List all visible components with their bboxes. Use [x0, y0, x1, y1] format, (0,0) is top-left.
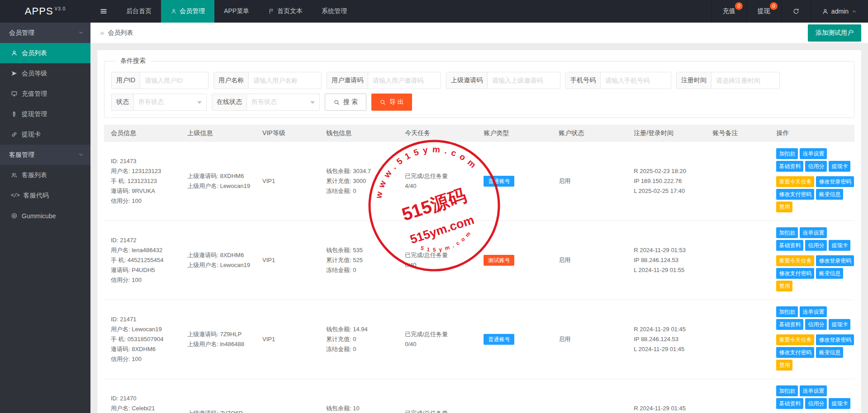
- sidebar-item-service-code[interactable]: </>客服代码: [0, 185, 90, 206]
- credit-score-button[interactable]: 信用分: [805, 398, 827, 409]
- info-line: IP 169.150.222.76: [634, 176, 703, 186]
- withdraw-card-button[interactable]: 提现卡: [829, 319, 850, 330]
- sidebar-item-withdraw-management[interactable]: 提现管理: [0, 104, 90, 124]
- add-deduct-button[interactable]: 加扣款: [776, 227, 798, 238]
- nav-member-management[interactable]: 会员管理: [161, 0, 214, 23]
- info-line: R 2024-11-29 01:45: [634, 324, 703, 334]
- admin-menu[interactable]: admin: [811, 0, 868, 23]
- online-status-select[interactable]: 所有状态: [247, 94, 319, 110]
- withdraw-card-button[interactable]: 提现卡: [829, 161, 850, 172]
- change-login-pwd-button[interactable]: 修改登录密码: [816, 255, 854, 266]
- change-login-pwd-button[interactable]: 修改登录密码: [816, 176, 854, 187]
- sidebar-item-recharge-management[interactable]: 充值管理: [0, 84, 90, 104]
- sidebar-group-member-group[interactable]: 会员管理: [0, 23, 90, 43]
- sidebar-item-member-list[interactable]: 会员列表: [0, 43, 90, 63]
- add-deduct-button[interactable]: 加扣款: [776, 148, 798, 159]
- change-pay-pwd-button[interactable]: 修改支付密码: [776, 189, 814, 200]
- nav-dashboard[interactable]: 后台首页: [117, 0, 161, 23]
- bitcoin-icon: [11, 111, 18, 117]
- info-line: L 2024-11-29 01:55: [634, 265, 703, 275]
- change-pay-pwd-button[interactable]: 修改支付密码: [776, 347, 814, 358]
- reset-task-button[interactable]: 重置今天任务: [776, 176, 814, 187]
- today-task-cell: 已完成/总任务量0/40: [400, 379, 479, 413]
- time-info-cell: R 2024-11-29 01:53IP 88.246.124.53L 2024…: [629, 221, 708, 300]
- sidebar-item-member-level[interactable]: 会员等级: [0, 63, 90, 84]
- table-row: ID: 21470用户名: Celebi21手 机: 05312069070邀请…: [104, 379, 854, 413]
- user-id-input[interactable]: [140, 72, 208, 89]
- recharge-link[interactable]: 充值 0: [711, 0, 746, 23]
- search-fields-row: 用户ID用户名称用户邀请码上级邀请码手机号码注册时间: [111, 72, 847, 89]
- info-line: 用户名: Lewocan19: [111, 324, 178, 334]
- menu-toggle-icon[interactable]: [90, 0, 117, 23]
- chain-order-button[interactable]: 连单设置: [800, 227, 827, 238]
- header-actions: 充值 0 提现 0 admin: [711, 0, 868, 23]
- withdraw-card-button[interactable]: 提现卡: [829, 398, 850, 409]
- sidebar-item-label: 充值管理: [22, 90, 47, 98]
- parent-invite-code-input[interactable]: [488, 72, 560, 89]
- basic-info-button[interactable]: 基础资料: [776, 161, 803, 172]
- account-change-button[interactable]: 账变信息: [816, 268, 843, 279]
- reset-task-button[interactable]: 重置今天任务: [776, 255, 814, 266]
- add-deduct-button[interactable]: 加扣款: [776, 306, 798, 317]
- app-logo[interactable]: APPS V3.0: [0, 0, 90, 23]
- basic-info-button[interactable]: 基础资料: [776, 398, 803, 409]
- action-line: 修改支付密码账变信息: [776, 268, 850, 279]
- account-change-button[interactable]: 账变信息: [816, 189, 843, 200]
- withdraw-card-button[interactable]: 提现卡: [829, 240, 850, 251]
- sidebar-item-label: 提现管理: [22, 110, 47, 118]
- credit-score-button[interactable]: 信用分: [805, 240, 827, 251]
- info-line: 手 机: 123123123: [111, 176, 178, 186]
- basic-info-button[interactable]: 基础资料: [776, 240, 803, 251]
- basic-info-button[interactable]: 基础资料: [776, 319, 803, 330]
- sidebar-item-label: 客服代码: [24, 192, 49, 200]
- change-pay-pwd-button[interactable]: 修改支付密码: [776, 268, 814, 279]
- chain-order-button[interactable]: 连单设置: [800, 148, 827, 159]
- account-change-button[interactable]: 账变信息: [816, 347, 843, 358]
- disable-button[interactable]: 禁用: [776, 202, 792, 212]
- sidebar-item-service-list[interactable]: 客服列表: [0, 165, 90, 185]
- credit-score-button[interactable]: 信用分: [805, 319, 827, 330]
- info-line: ID: 21473: [111, 156, 178, 166]
- app-version: V3.0: [55, 6, 66, 11]
- user-invite-code-input[interactable]: [368, 72, 441, 89]
- chain-order-button[interactable]: 连单设置: [800, 306, 827, 317]
- users-icon: [11, 172, 18, 178]
- phone-input[interactable]: [601, 72, 671, 89]
- column-header: 注册/登录时间: [629, 125, 708, 142]
- nav-system-management[interactable]: 系统管理: [312, 0, 356, 23]
- nav-home-text[interactable]: 首页文本: [259, 0, 312, 23]
- wallet-info-cell: 钱包余额: 3034.7累计充值: 3000冻结金额: 0: [322, 142, 400, 221]
- credit-score-button[interactable]: 信用分: [805, 161, 827, 172]
- export-button[interactable]: 导 出: [371, 94, 412, 111]
- remark-cell: [708, 221, 772, 300]
- reset-task-button[interactable]: 重置今天任务: [776, 334, 814, 345]
- user-name-input[interactable]: [249, 72, 321, 89]
- member-table: 会员信息上级信息VIP等级钱包信息今天任务账户类型账户状态注册/登录时间账号备注…: [104, 125, 854, 413]
- search-button[interactable]: 搜 索: [325, 94, 366, 111]
- chevron-down-icon: [197, 101, 202, 104]
- add-deduct-button[interactable]: 加扣款: [776, 385, 798, 396]
- withdraw-badge: 0: [770, 2, 778, 10]
- code-icon: </>: [11, 192, 19, 199]
- time-info-cell: R 2024-11-29 01:45IP 88.246.124.53L 2024…: [629, 300, 708, 379]
- chain-order-button[interactable]: 连单设置: [800, 385, 827, 396]
- status-select[interactable]: 所有状态: [134, 94, 206, 110]
- nav-app-menu[interactable]: APP菜单: [214, 0, 259, 23]
- info-line: 累计充值: 0: [326, 334, 396, 344]
- nav-label: 系统管理: [322, 7, 347, 15]
- change-login-pwd-button[interactable]: 修改登录密码: [816, 334, 854, 345]
- admin-username: admin: [831, 8, 849, 15]
- info-line: 邀请码: 8XDHM6: [111, 344, 178, 354]
- sidebar-item-withdraw-card[interactable]: 提现卡: [0, 124, 90, 145]
- withdraw-link[interactable]: 提现 0: [746, 0, 781, 23]
- parent-info-cell: 上级邀请码: 8XDHM6上级用户名: Lewocan19: [183, 142, 258, 221]
- add-test-user-button[interactable]: 添加测试用户: [808, 24, 861, 42]
- register-time-input[interactable]: [711, 72, 779, 89]
- sidebar-item-gummicube[interactable]: Gummicube: [0, 206, 90, 226]
- disable-button[interactable]: 禁用: [776, 360, 792, 371]
- search-panel: 条件搜索 用户ID用户名称用户邀请码上级邀请码手机号码注册时间 状态所有状态在线…: [104, 57, 854, 118]
- disable-button[interactable]: 禁用: [776, 281, 792, 291]
- refresh-button[interactable]: [781, 0, 811, 23]
- remark-cell: [708, 379, 772, 413]
- sidebar-group-service-group[interactable]: 客服管理: [0, 145, 90, 165]
